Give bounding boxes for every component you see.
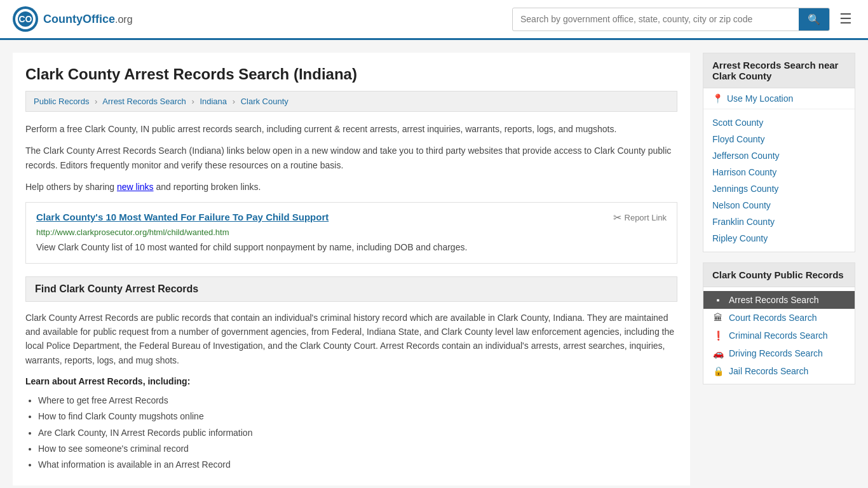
- county-link-scott[interactable]: Scott County: [712, 118, 763, 128]
- header: CO CountyOffice.org 🔍 ☰: [0, 0, 868, 40]
- search-input[interactable]: [513, 9, 799, 29]
- search-button[interactable]: 🔍: [799, 8, 829, 30]
- logo-icon: CO: [13, 6, 38, 32]
- breadcrumb: Public Records › Arrest Records Search ›…: [25, 91, 677, 112]
- breadcrumb-clark-county[interactable]: Clark County: [241, 97, 288, 106]
- jail-icon: 🔒: [712, 366, 724, 376]
- list-item: Franklin County: [703, 214, 855, 230]
- main-content: Clark County Arrest Records Search (Indi…: [13, 53, 690, 485]
- list-item: Scott County: [703, 114, 855, 131]
- public-records-item-jail[interactable]: 🔒 Jail Records Search: [703, 362, 855, 380]
- county-link-jennings[interactable]: Jennings County: [712, 184, 778, 194]
- link-card: Clark County's 10 Most Wanted For Failur…: [25, 202, 677, 264]
- driving-icon: 🚗: [712, 348, 724, 358]
- link-description: View Clark County list of 10 most wanted…: [36, 241, 667, 254]
- list-item: Floyd County: [703, 131, 855, 147]
- breadcrumb-arrest-records[interactable]: Arrest Records Search: [102, 97, 186, 106]
- public-records-section: Clark County Public Records ▪ Arrest Rec…: [703, 262, 855, 384]
- list-item: Harrison County: [703, 164, 855, 180]
- arrest-icon: ▪: [712, 295, 724, 305]
- logo-area: CO CountyOffice.org: [13, 6, 133, 32]
- header-right: 🔍 ☰: [512, 8, 855, 31]
- list-item: How to see someone's criminal record: [38, 441, 677, 457]
- nearby-section-title: Arrest Records Search near Clark County: [703, 53, 855, 88]
- link-card-header: Clark County's 10 Most Wanted For Failur…: [36, 212, 667, 224]
- county-link-jefferson[interactable]: Jefferson County: [712, 151, 780, 161]
- jail-records-link[interactable]: Jail Records Search: [729, 366, 808, 376]
- sidebar: Arrest Records Search near Clark County …: [703, 53, 855, 485]
- list-item: Jennings County: [703, 180, 855, 197]
- use-location: 📍 Use My Location: [703, 88, 855, 109]
- learn-list: Where to get free Arrest Records How to …: [38, 393, 677, 473]
- county-link-franklin[interactable]: Franklin County: [712, 217, 775, 227]
- find-section-header: Find Clark County Arrest Records: [25, 276, 677, 302]
- learn-header: Learn about Arrest Records, including:: [25, 376, 677, 386]
- logo-text: CountyOffice.org: [43, 13, 133, 26]
- description-2: The Clark County Arrest Records Search (…: [25, 144, 677, 172]
- page-container: Clark County Arrest Records Search (Indi…: [0, 40, 868, 488]
- nearby-counties-list: Scott County Floyd County Jefferson Coun…: [703, 109, 855, 252]
- list-item: Jefferson County: [703, 147, 855, 164]
- county-link-harrison[interactable]: Harrison County: [712, 167, 776, 177]
- hamburger-menu-button[interactable]: ☰: [836, 8, 855, 30]
- breadcrumb-indiana[interactable]: Indiana: [200, 97, 227, 106]
- criminal-records-link[interactable]: Criminal Records Search: [729, 330, 828, 341]
- description-1: Perform a free Clark County, IN public a…: [25, 122, 677, 136]
- list-item: Ripley County: [703, 230, 855, 247]
- court-icon: 🏛: [712, 313, 724, 323]
- description-3: Help others by sharing new links and rep…: [25, 180, 677, 194]
- report-link-button[interactable]: ✂ Report Link: [613, 212, 667, 224]
- court-records-link[interactable]: Court Records Search: [729, 313, 817, 323]
- find-section-body: Clark County Arrest Records are public r…: [25, 311, 677, 368]
- driving-records-link[interactable]: Driving Records Search: [729, 348, 823, 358]
- public-records-item-court[interactable]: 🏛 Court Records Search: [703, 309, 855, 327]
- list-item: Where to get free Arrest Records: [38, 393, 677, 409]
- public-records-list: ▪ Arrest Records Search 🏛 Court Records …: [703, 287, 855, 384]
- link-url: http://www.clarkprosecutor.org/html/chil…: [36, 227, 667, 237]
- public-records-item-driving[interactable]: 🚗 Driving Records Search: [703, 344, 855, 362]
- nearby-section: Arrest Records Search near Clark County …: [703, 53, 855, 252]
- county-link-nelson[interactable]: Nelson County: [712, 200, 771, 210]
- list-item: What information is available in an Arre…: [38, 457, 677, 473]
- svg-text:CO: CO: [19, 14, 32, 24]
- list-item: How to find Clark County mugshots online: [38, 409, 677, 424]
- criminal-icon: ❗: [712, 330, 724, 341]
- list-item: Nelson County: [703, 197, 855, 214]
- pin-icon: 📍: [712, 93, 723, 104]
- new-links-link[interactable]: new links: [117, 182, 154, 192]
- arrest-records-link[interactable]: Arrest Records Search: [729, 295, 819, 305]
- list-item: Are Clark County, IN Arrest Records publ…: [38, 425, 677, 441]
- link-card-title[interactable]: Clark County's 10 Most Wanted For Failur…: [36, 212, 329, 222]
- scissors-icon: ✂: [613, 212, 621, 224]
- search-bar: 🔍: [512, 8, 830, 31]
- county-link-floyd[interactable]: Floyd County: [712, 134, 764, 144]
- public-records-item-criminal[interactable]: ❗ Criminal Records Search: [703, 327, 855, 344]
- public-records-item-arrest[interactable]: ▪ Arrest Records Search: [703, 291, 855, 309]
- county-link-ripley[interactable]: Ripley County: [712, 233, 768, 243]
- public-records-title: Clark County Public Records: [703, 263, 855, 287]
- breadcrumb-public-records[interactable]: Public Records: [34, 97, 89, 106]
- use-my-location-link[interactable]: Use My Location: [727, 93, 793, 104]
- page-title: Clark County Arrest Records Search (Indi…: [25, 65, 677, 83]
